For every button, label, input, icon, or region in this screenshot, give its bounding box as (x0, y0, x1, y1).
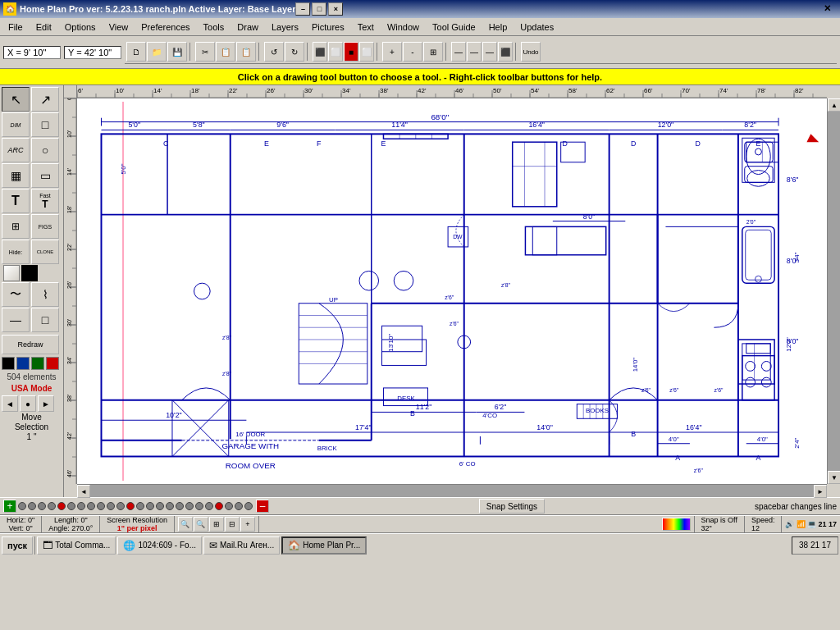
tool-line[interactable]: — (2, 308, 30, 332)
snap-dot-7[interactable] (77, 502, 85, 510)
minimize-button[interactable]: – (295, 2, 310, 16)
toolbar-redo[interactable]: ↻ (285, 42, 304, 62)
toolbar-t4[interactable]: ⬛ (498, 42, 513, 62)
snap-dot-9[interactable] (97, 502, 105, 510)
snap-dot-13[interactable] (136, 502, 144, 510)
toolbar-paste[interactable]: 📋 (236, 42, 256, 62)
tool-hide[interactable]: Hide: (2, 240, 30, 264)
color-swatch-black[interactable] (21, 265, 38, 281)
snap-dot-15[interactable] (156, 502, 164, 510)
scroll-down-btn[interactable]: ▼ (828, 471, 840, 484)
tool-clone[interactable]: CLONE (31, 240, 59, 264)
tool-wave[interactable]: 〜 (2, 282, 30, 307)
scroll-up-btn[interactable]: ▲ (828, 98, 840, 112)
toolbar-t3[interactable]: — (482, 42, 497, 62)
palette-green[interactable] (31, 357, 44, 370)
toolbar-t1[interactable]: — (451, 42, 466, 62)
snap-dot-4[interactable] (48, 502, 56, 510)
menu-layers[interactable]: Layers (265, 21, 305, 34)
menu-tools[interactable]: Tools (197, 21, 231, 34)
snap-dot-17[interactable] (176, 502, 184, 510)
menu-updates[interactable]: Updates (514, 21, 560, 34)
snap-dot-16[interactable] (166, 502, 174, 510)
tool-select-cross[interactable]: ↗ (31, 87, 59, 112)
menu-options[interactable]: Options (58, 21, 103, 34)
toolbar-save[interactable]: 💾 (167, 42, 187, 62)
toolbar-b3[interactable]: ■ (344, 42, 358, 62)
menu-preferences[interactable]: Preferences (135, 21, 196, 34)
blueprint-area[interactable]: 68'0" 5'0" 5'8" 9'6" 11'4" 16 (77, 98, 827, 484)
color-button[interactable] (662, 518, 691, 531)
tool-text[interactable]: T (2, 189, 30, 213)
scroll-track-v[interactable] (828, 112, 840, 471)
start-button[interactable]: пуск (2, 536, 33, 555)
snap-dot-3[interactable] (38, 502, 46, 510)
toolbar-t2[interactable]: — (467, 42, 482, 62)
scroll-right-btn[interactable]: ► (814, 485, 827, 498)
tool-select-arrow[interactable]: ↖ (2, 87, 30, 112)
taskbar-item-2[interactable]: 🌐 1024:609 - Fo... (117, 536, 202, 555)
scrollbar-horizontal[interactable]: ◄ ► (77, 484, 827, 497)
snap-dot-18[interactable] (185, 502, 194, 510)
tool-circle[interactable]: ○ (31, 138, 59, 162)
zoom-window-btn[interactable]: ⊟ (225, 517, 240, 532)
menu-pictures[interactable]: Pictures (305, 21, 351, 34)
toolbar-b1[interactable]: ⬛ (313, 42, 327, 62)
tool-figs[interactable]: FIGS (31, 214, 59, 239)
toolbar-zoom-in[interactable]: + (382, 42, 402, 62)
tool-grid[interactable]: ▦ (2, 163, 30, 188)
toolbar-undo2[interactable]: Undo (521, 42, 541, 62)
close-button[interactable]: × (328, 2, 343, 16)
move-right[interactable]: ► (38, 395, 54, 412)
scrollbar-vertical[interactable]: ▲ ▼ (827, 98, 840, 484)
snap-dot-2[interactable] (28, 502, 36, 510)
toolbar-cut[interactable]: ✂ (195, 42, 215, 62)
snap-dot-11[interactable] (116, 502, 125, 510)
tool-figs-grid[interactable]: ⊞ (2, 214, 30, 239)
move-center[interactable]: ● (20, 395, 36, 412)
tool-rect3[interactable]: □ (31, 308, 59, 332)
zoom-fit-btn[interactable]: ⊞ (209, 517, 224, 532)
snap-dot-1[interactable] (18, 502, 26, 510)
menu-toolguide[interactable]: Tool Guide (426, 21, 482, 34)
tool-text-fast[interactable]: Fast T (31, 189, 59, 213)
snap-settings-btn[interactable]: Snap Settings (479, 499, 545, 514)
toolbar-new[interactable]: 🗋 (126, 42, 146, 62)
maximize-button[interactable]: □ (312, 2, 326, 16)
menu-help[interactable]: Help (482, 21, 514, 34)
scroll-track-h[interactable] (90, 485, 814, 497)
snap-dot-6[interactable] (67, 502, 75, 510)
toolbar-open[interactable]: 📁 (147, 42, 167, 62)
palette-red[interactable] (46, 357, 59, 370)
menu-text[interactable]: Text (351, 21, 381, 34)
menu-file[interactable]: File (2, 21, 30, 34)
menu-draw[interactable]: Draw (231, 21, 265, 34)
snap-dot-8[interactable] (87, 502, 95, 510)
palette-black[interactable] (2, 357, 15, 370)
zoom-plus-btn[interactable]: 🔍 (194, 517, 208, 532)
add-snap-btn[interactable]: + (3, 500, 16, 513)
taskbar-item-1[interactable]: 🗔 Total Comma... (37, 536, 116, 555)
taskbar-item-3[interactable]: ✉ Mail.Ru Аген... (203, 536, 280, 555)
toolbar-zoom-fit[interactable]: ⊞ (423, 42, 443, 62)
menu-edit[interactable]: Edit (30, 21, 58, 34)
tool-rect[interactable]: □ (31, 112, 59, 137)
redraw-button[interactable]: Redraw (2, 335, 59, 354)
zoom-minus-btn[interactable]: 🔍 (178, 517, 193, 532)
tool-arc[interactable]: ARC (2, 138, 30, 162)
scroll-left-btn[interactable]: ◄ (77, 485, 90, 498)
color-swatch-white[interactable] (3, 265, 20, 281)
remove-snap-btn[interactable]: – (256, 500, 269, 513)
toolbar-copy[interactable]: 📋 (216, 42, 235, 62)
snap-dot-20[interactable] (205, 502, 213, 510)
zoom-in-btn[interactable]: + (240, 517, 255, 532)
menu-view[interactable]: View (103, 21, 135, 34)
toolbar-zoom-out[interactable]: - (403, 42, 422, 62)
toolbar-b2[interactable]: ⬜ (328, 42, 343, 62)
toolbar-undo[interactable]: ↺ (264, 42, 284, 62)
taskbar-item-4[interactable]: 🏠 Home Plan Pr... (281, 536, 367, 555)
snap-dot-19[interactable] (195, 502, 203, 510)
tool-rect2[interactable]: ▭ (31, 163, 59, 188)
tool-curve[interactable]: ⌇ (31, 282, 59, 307)
snap-dot-23[interactable] (235, 502, 243, 510)
